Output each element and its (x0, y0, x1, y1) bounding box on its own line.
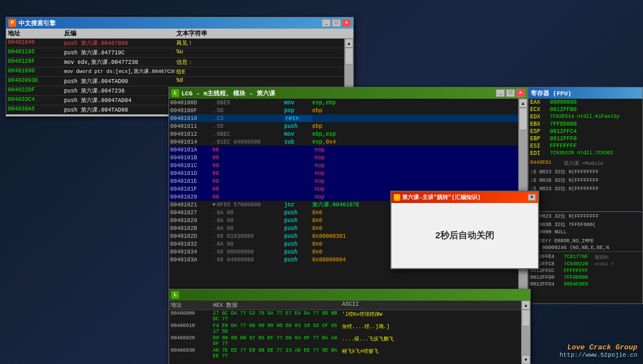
popup-close-button[interactable]: × (528, 194, 536, 201)
memory-row-1[interactable]: 00466000 27 6C DA 77 52 78 DA 77 E7 EA D… (169, 310, 521, 322)
disasm-indicator: 90 (212, 163, 219, 169)
search-addr-3: 0040128F (6, 58, 62, 67)
search-titlebar[interactable]: P 中文搜索引擎 _ □ × (6, 17, 353, 29)
disasm-op: 0x80000004 (312, 257, 346, 263)
reg-ebx-name: EBX (530, 121, 550, 127)
search-decompile-8: push 第六课.004TAD08 (62, 105, 175, 114)
stack-panel: :S 0023 32位 0(FFFFFFFF :S 003B 32位 7FFDF… (528, 211, 643, 304)
scroll-up-btn[interactable]: ▲ (345, 39, 353, 48)
disasm-window-controls[interactable]: _ □ × (496, 89, 525, 97)
disasm-row-101C[interactable]: 0040101C 90 nop (169, 162, 518, 169)
disasm-bytes: 6A 00 (217, 210, 284, 216)
minimize-button[interactable]: _ (322, 19, 331, 27)
disasm-titlebar[interactable]: L LCG - m主线程, 模块 - 第六课 _ □ × (169, 87, 527, 99)
search-row-3[interactable]: 0040128F mov edx,第六课.00477230 信息： (6, 58, 344, 67)
disasm-indicator: 90 (212, 147, 219, 153)
search-row-2[interactable]: 00401195 push 第六课.047719C %u (6, 48, 344, 58)
disasm-row-1010[interactable]: 00401010 . C3 retn (169, 114, 518, 122)
memory-content[interactable]: 地址 HEX 数据 ASCII 00466000 27 6C DA 77 52 … (169, 301, 521, 364)
scroll-thumb[interactable] (345, 48, 353, 64)
disasm-op: 0x0 (312, 218, 322, 224)
disasm-op: esp,0x4 (312, 139, 336, 145)
close-button[interactable]: × (342, 19, 351, 27)
popup-controls[interactable]: × (528, 194, 536, 201)
memory-scrollbar[interactable]: ▲ ▼ (521, 301, 530, 364)
reg-module-addr: 0446E91 (530, 160, 564, 167)
stack-row-s4-text: :S 0023 32位 0(FFFFFFFF (530, 213, 599, 220)
memory-titlebar[interactable]: L (169, 289, 530, 301)
stack-mem-val-2: 7C930228 (564, 261, 595, 267)
mem-scroll-thumb[interactable] (522, 310, 530, 326)
disasm-scroll-up[interactable]: ▲ (519, 99, 527, 108)
watermark-line1: Love Crack Group (559, 343, 637, 352)
mem-hdr-addr: 地址 (171, 301, 213, 309)
mem-scroll-down[interactable]: ▼ (522, 355, 530, 364)
memory-row-3[interactable]: 00466020 00 00 00 00 97 85 EF 77 D6 6A 0… (169, 335, 521, 347)
disasm-maximize-button[interactable]: □ (506, 89, 515, 97)
mem-ascii-2: 杂镗....镗..]璃.] (342, 323, 519, 334)
search-decompile-7: push 第六课.00047AD04 (62, 96, 175, 105)
disasm-indicator: . (212, 257, 217, 263)
disasm-minimize-button[interactable]: _ (496, 89, 505, 97)
disasm-scroll-thumb[interactable] (519, 108, 527, 130)
registers-list: EAX 00000000 ECX 0012FFB0 EDX 7C92E514 n… (528, 99, 642, 211)
disasm-close-button[interactable]: × (516, 89, 525, 97)
search-addr-2: 00401195 (6, 48, 62, 58)
stack-mem-3: 0012FFCC FFFFFFFF (528, 268, 642, 274)
disasm-mnem: push (284, 225, 312, 232)
mem-hex-1: 27 6C DA 77 52 78 DA 77 E7 EA DA 77 8D B… (213, 311, 342, 322)
search-col-decompile: 反编 (64, 29, 176, 38)
search-string-4: 给E (175, 67, 344, 77)
search-row-1[interactable]: 00401040 push 第六课.00467898 再见！ (6, 39, 344, 48)
watermark-line2: http://www.52pojie.cn (559, 352, 637, 358)
disasm-row-101E[interactable]: 0040101E 90 nop (169, 177, 518, 185)
disasm-mnem: push (284, 210, 312, 216)
disasm-addr: 00401011 (170, 123, 212, 130)
disasm-row-1012[interactable]: 00401012 . 8BEC mov ebp,esp (169, 130, 518, 138)
maximize-button[interactable]: □ (332, 19, 341, 27)
disasm-row-100F[interactable]: 0040100F . 5D pop ebp (169, 107, 518, 114)
disasm-bytes: 55 (217, 123, 284, 130)
disasm-window-title: LCG - m主线程, 模块 - 第六课 (181, 89, 275, 98)
memory-header: 地址 HEX 数据 ASCII (169, 301, 521, 310)
search-window-controls[interactable]: _ □ × (322, 19, 351, 27)
reg-esp-name: ESP (530, 128, 550, 135)
disasm-addr: 0040100D (170, 100, 212, 106)
disasm-row-1014[interactable]: 00401014 . 81EC 04000000 sub esp,0x4 (169, 138, 518, 146)
mem-scroll-up[interactable]: ▲ (522, 301, 530, 310)
disasm-addr: 00401010 (170, 116, 212, 122)
disasm-indicator: . (212, 249, 217, 255)
disasm-row-100D[interactable]: 0040100D . 8BE5 mov esp,ebp (169, 99, 518, 107)
disasm-addr: 0040101B (170, 155, 212, 161)
disasm-row-101D[interactable]: 0040101D 90 nop (169, 169, 518, 177)
search-row-4[interactable]: 00401690 mov dword ptr ds:[ecx],第六课.0046… (6, 67, 344, 77)
reg-edi-name: EDI (530, 150, 550, 156)
mem-addr-1: 00466000 (171, 311, 213, 322)
disasm-row-101A[interactable]: 0040101A 90 nop (169, 146, 518, 154)
reg-ebp-name: EBP (530, 136, 550, 142)
disasm-indicator: 90 (212, 186, 219, 192)
stack-mem-val-5: 8054C6E0 (564, 282, 595, 287)
memory-row-2[interactable]: 00466010 F4 E9 DA 77 00 00 00 00 D8 03 1… (169, 322, 521, 335)
titlebar-left: P 中文搜索引擎 (8, 19, 56, 27)
memory-row-4[interactable]: 00466030 A0 7E EE 77 E0 6B EE 77 23 AD E… (169, 347, 521, 360)
disasm-row-101B[interactable]: 0040101B 90 nop (169, 154, 518, 162)
disasm-addr: 00401027 (170, 210, 212, 216)
reg-edx-name: EDX (530, 114, 550, 120)
disasm-bytes: 6A 00 (217, 225, 284, 232)
search-row-5[interactable]: 00402093E push 第六课.004TAD00 %d (6, 77, 344, 86)
disasm-indicator: . (212, 139, 217, 145)
disasm-op: 第六课.0040107E (312, 201, 359, 209)
disasm-row-1011[interactable]: 00401011 . 55 push ebp (169, 122, 518, 130)
stack-seg-1: :S 0023 32位 0(FFFFFFFF (530, 168, 599, 176)
reg-esi-value: FFFFFFFF (550, 143, 577, 149)
disasm-bytes: 68 04000080 (217, 257, 284, 263)
mem-scroll-track[interactable] (522, 310, 530, 355)
disasm-indicator: . (212, 131, 217, 137)
disasm-indicator: . (212, 108, 217, 114)
stack-mem-cmt-2: ntdll.7 (595, 261, 614, 267)
popup-titlebar[interactable]: ! 第六课-主讲"跳转"(汇编知识) × (391, 192, 538, 203)
disasm-bytes: 68 01030080 (217, 233, 284, 239)
search-string-1: 再见！ (175, 39, 344, 48)
reg-row-edx: EDX 7C92E514 ntdll.KiFastSy (528, 113, 642, 121)
